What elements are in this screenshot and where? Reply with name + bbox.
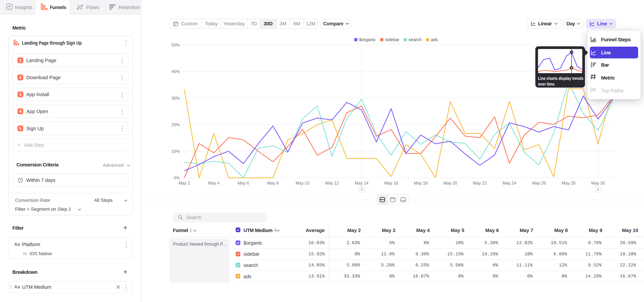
svg-text:May 20: May 20	[444, 181, 457, 186]
svg-text:May 2: May 2	[178, 181, 190, 186]
svg-text:May 26: May 26	[532, 181, 546, 186]
svg-text:May 8: May 8	[267, 181, 279, 186]
svg-text:May 10: May 10	[296, 181, 310, 186]
svg-text:50%: 50%	[172, 42, 180, 47]
svg-text:10%: 10%	[172, 149, 180, 154]
svg-text:May 22: May 22	[473, 181, 487, 186]
svg-text:May 14: May 14	[355, 181, 368, 186]
svg-text:May 18: May 18	[414, 181, 428, 186]
svg-text:May 24: May 24	[502, 181, 516, 186]
svg-text:20%: 20%	[172, 122, 180, 127]
svg-text:May 12: May 12	[325, 181, 339, 186]
svg-text:May 16: May 16	[384, 181, 398, 186]
svg-text:May 30: May 30	[591, 181, 605, 186]
svg-text:May 6: May 6	[238, 181, 249, 186]
svg-text:30%: 30%	[172, 96, 180, 100]
svg-text:May 4: May 4	[208, 181, 220, 186]
svg-text:May 28: May 28	[562, 181, 576, 186]
svg-text:40%: 40%	[172, 69, 180, 74]
svg-text:0%: 0%	[174, 176, 180, 180]
